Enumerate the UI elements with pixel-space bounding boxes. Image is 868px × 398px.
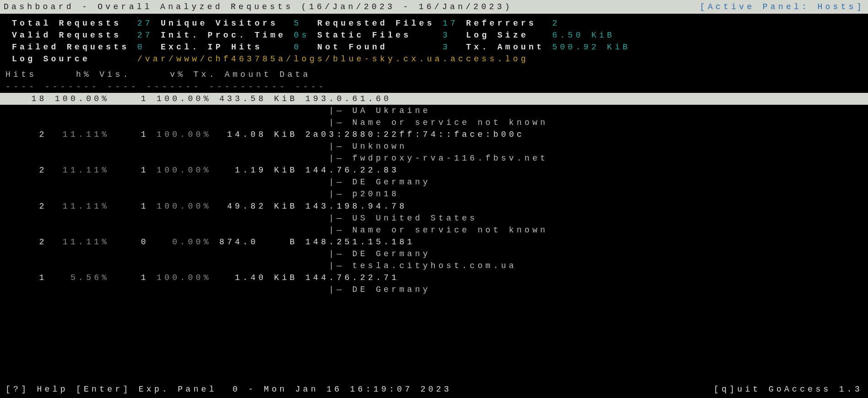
table-row[interactable]: 2 11.11% 1 100.00% 1.19 KiB 144.76.22.83 [0, 164, 868, 176]
tree-detail: |— Unknown [0, 140, 868, 152]
table-row[interactable]: 1 5.56% 1 100.00% 1.40 KiB 144.76.22.71 [0, 272, 868, 284]
tree-detail: |— tesla.cityhost.com.ua [0, 260, 868, 272]
tree-detail: |— DE Germany [0, 176, 868, 188]
tree-detail: |— Name or service not known [0, 117, 868, 129]
quit-hint[interactable]: [q]uit GoAccess 1.3 [714, 383, 863, 395]
tree-detail: |— DE Germany [0, 248, 868, 260]
title-bar: Dashboard - Overall Analyzed Requests (1… [0, 0, 868, 14]
table-divider: ---- ------- ---- ------- ---------- ---… [0, 81, 868, 93]
tree-detail: |— p20n18 [0, 188, 868, 200]
table-header: Hits h% Vis. v% Tx. Amount Data [0, 67, 868, 81]
tree-detail: |— US United States [0, 212, 868, 224]
table-row[interactable]: 18 100.00% 1 100.00% 433.58 KiB 193.0.61… [0, 93, 868, 105]
tree-detail: |— UA Ukraine [0, 105, 868, 117]
active-panel-indicator: [Active Panel: Hosts] [700, 1, 864, 13]
table-row[interactable]: 2 11.11% 0 0.00% 874.0 B 148.251.15.181 [0, 236, 868, 248]
tree-detail: |— Name or service not known [0, 224, 868, 236]
table-row[interactable]: 2 11.11% 1 100.00% 14.08 KiB 2a03:2880:2… [0, 129, 868, 140]
status-bar: [?] Help [Enter] Exp. Panel 0 - Mon Jan … [0, 382, 868, 398]
tree-detail: |— DE Germany [0, 284, 868, 296]
summary-stats: Total Requests 27 Unique Visitors 5 Requ… [0, 14, 868, 67]
table-row[interactable]: 2 11.11% 1 100.00% 49.82 KiB 143.198.94.… [0, 200, 868, 212]
tree-detail: |— fwdproxy-rva-116.fbsv.net [0, 152, 868, 164]
host-rows[interactable]: 18 100.00% 1 100.00% 433.58 KiB 193.0.61… [0, 93, 868, 296]
page-title: Dashboard - Overall Analyzed Requests (1… [4, 1, 513, 13]
help-hint[interactable]: [?] Help [Enter] Exp. Panel 0 - Mon Jan … [5, 383, 452, 395]
